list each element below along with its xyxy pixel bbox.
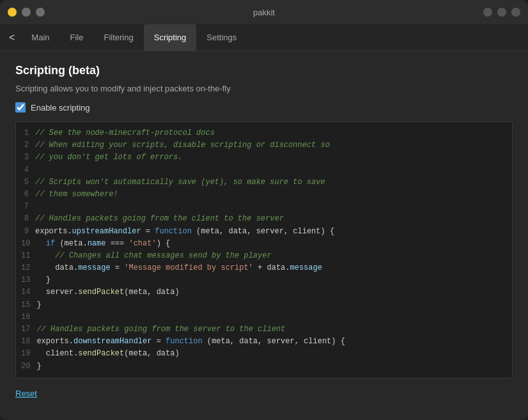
win-btn-1 — [483, 8, 492, 17]
line-number: 18 — [16, 336, 36, 348]
page-title: Scripting (beta) — [15, 64, 513, 77]
line-content: // Handles packets going from the client… — [35, 213, 512, 225]
line-number: 5 — [16, 176, 35, 189]
table-row: 12 data.message = 'Message modified by s… — [16, 262, 512, 274]
app-title: pakkit — [253, 8, 275, 17]
table-row: 11 // Changes all chat messages send by … — [16, 250, 512, 262]
reset-button[interactable]: Reset — [15, 389, 37, 398]
line-number: 20 — [16, 361, 36, 373]
line-number: 19 — [16, 348, 36, 360]
line-content: data.message = 'Message modified by scri… — [36, 262, 512, 274]
table-row: 4 — [16, 164, 512, 176]
win-btn-3 — [511, 8, 520, 17]
line-number: 1 — [16, 127, 35, 139]
tab-scripting[interactable]: Scripting — [144, 24, 197, 51]
line-content: } — [36, 299, 512, 311]
table-row: 10 if (meta.name === 'chat') { — [16, 238, 512, 250]
minimize-button[interactable] — [8, 8, 17, 17]
table-row: 7 — [16, 201, 512, 213]
table-row: 14 server.sendPacket(meta, data) — [16, 286, 512, 299]
table-row: 18exports.downstreamHandler = function (… — [16, 336, 512, 348]
line-content: } — [36, 361, 512, 373]
line-content: // you don't get lots of errors. — [35, 152, 512, 164]
window-controls — [8, 8, 45, 17]
line-number: 10 — [16, 238, 36, 250]
line-number: 2 — [16, 139, 35, 152]
line-content — [36, 311, 512, 323]
content-area: Scripting (beta) Scripting allows you to… — [0, 51, 528, 420]
line-number: 7 — [16, 201, 35, 213]
table-row: 8// Handles packets going from the clien… — [16, 213, 512, 225]
line-number: 8 — [16, 213, 35, 225]
enable-scripting-row: Enable scripting — [15, 102, 513, 113]
window-action-buttons — [483, 8, 520, 17]
line-content: } — [36, 274, 512, 286]
line-number: 11 — [16, 250, 36, 262]
maximize-button[interactable] — [22, 8, 31, 17]
navbar: < Main File Filtering Scripting Settings — [0, 24, 528, 51]
line-number: 14 — [16, 286, 36, 299]
titlebar: pakkit — [0, 0, 528, 24]
line-content: // Handles packets going from the server… — [36, 323, 512, 336]
line-content: // See the node-minecraft-protocol docs — [35, 127, 512, 139]
table-row: 3// you don't get lots of errors. — [16, 152, 512, 164]
line-content: // When editing your scripts, disable sc… — [35, 139, 512, 152]
line-content: if (meta.name === 'chat') { — [36, 238, 512, 250]
line-number: 17 — [16, 323, 36, 336]
table-row: 17// Handles packets going from the serv… — [16, 323, 512, 336]
line-content: exports.downstreamHandler = function (me… — [36, 336, 512, 348]
line-content: // Changes all chat messages send by the… — [36, 250, 512, 262]
tab-filtering[interactable]: Filtering — [93, 24, 143, 51]
line-content: client.sendPacket(meta, data) — [36, 348, 512, 360]
line-number: 12 — [16, 262, 36, 274]
tab-file[interactable]: File — [60, 24, 94, 51]
line-content: exports.upstreamHandler = function (meta… — [35, 226, 512, 238]
enable-scripting-label: Enable scripting — [31, 103, 90, 113]
table-row: 2// When editing your scripts, disable s… — [16, 139, 512, 152]
page-description: Scripting allows you to modify and injec… — [15, 84, 513, 93]
table-row: 16 — [16, 311, 512, 323]
table-row: 1// See the node-minecraft-protocol docs — [16, 127, 512, 139]
line-content: // them somewhere! — [35, 189, 512, 201]
table-row: 5// Scripts won't automatically save (ye… — [16, 176, 512, 189]
enable-scripting-checkbox[interactable] — [15, 102, 26, 113]
line-number: 16 — [16, 311, 36, 323]
close-button[interactable] — [36, 8, 45, 17]
line-content: // Scripts won't automatically save (yet… — [35, 176, 512, 189]
line-content — [35, 164, 512, 176]
table-row: 20} — [16, 361, 512, 373]
line-number: 3 — [16, 152, 35, 164]
line-number: 4 — [16, 164, 35, 176]
table-row: 19 client.sendPacket(meta, data) — [16, 348, 512, 360]
line-number: 6 — [16, 189, 35, 201]
tab-settings[interactable]: Settings — [196, 24, 247, 51]
win-btn-2 — [497, 8, 506, 17]
line-content: server.sendPacket(meta, data) — [36, 286, 512, 299]
line-number: 15 — [16, 299, 36, 311]
line-number: 13 — [16, 274, 36, 286]
table-row: 13 } — [16, 274, 512, 286]
back-button[interactable]: < — [3, 29, 21, 46]
table-row: 9exports.upstreamHandler = function (met… — [16, 226, 512, 238]
table-row: 6// them somewhere! — [16, 189, 512, 201]
line-number: 9 — [16, 226, 35, 238]
table-row: 15} — [16, 299, 512, 311]
code-editor[interactable]: 1// See the node-minecraft-protocol docs… — [15, 121, 513, 378]
tab-main[interactable]: Main — [21, 24, 59, 51]
line-content — [35, 201, 512, 213]
